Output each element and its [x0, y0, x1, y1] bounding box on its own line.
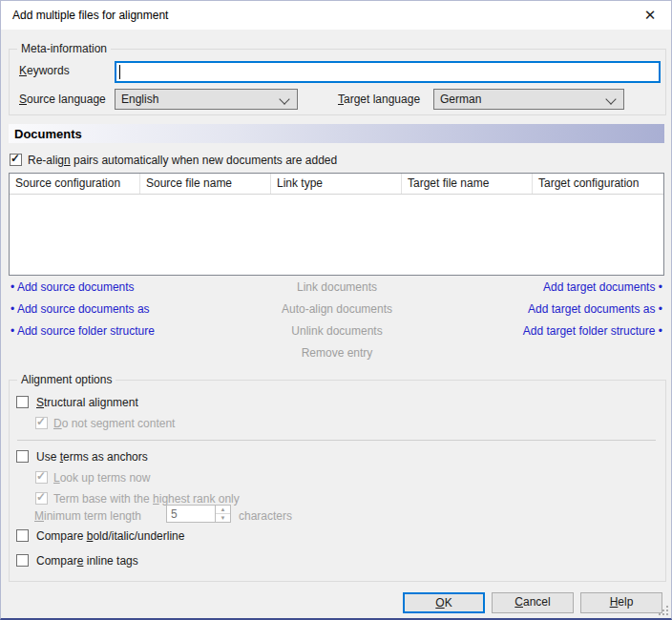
add-multiple-files-dialog: Add multiple files for alignment ✕ Meta-…: [0, 0, 672, 620]
remove-entry-action: Remove entry: [1, 346, 672, 361]
close-button[interactable]: ✕: [635, 4, 665, 27]
spinner-value: 5: [171, 507, 178, 521]
minimum-term-length-label: Minimum term length: [34, 509, 141, 524]
separator: [17, 440, 656, 441]
add-target-folder-structure-link[interactable]: Add target folder structure •: [523, 324, 662, 339]
use-terms-as-anchors-checkbox[interactable]: ✓: [16, 450, 29, 463]
documents-section-header: Documents: [9, 124, 664, 143]
realign-label: Re-align pairs automatically when new do…: [28, 154, 337, 168]
ok-button[interactable]: OK: [403, 592, 485, 613]
help-button[interactable]: Help: [580, 592, 662, 613]
column-header-source-file-name[interactable]: Source file name: [140, 174, 271, 194]
check-icon: ✓: [36, 469, 46, 483]
spin-up-icon: ▲: [216, 506, 230, 513]
use-terms-as-anchors-label: Use terms as anchors: [36, 450, 148, 465]
term-base-highest-rank-checkbox: ✓: [35, 492, 48, 505]
column-header-target-configuration[interactable]: Target configuration: [533, 174, 663, 194]
close-icon: ✕: [644, 7, 657, 23]
table-body-empty: [10, 195, 663, 276]
chevron-down-icon: [605, 93, 616, 104]
column-header-link-type[interactable]: Link type: [271, 174, 402, 194]
realign-checkbox[interactable]: ✓: [10, 154, 22, 166]
title-bar: Add multiple files for alignment ✕: [1, 1, 671, 30]
cancel-button[interactable]: Cancel: [492, 592, 574, 613]
target-language-value: German: [440, 93, 481, 107]
resize-grip[interactable]: [659, 606, 669, 616]
bullet-icon: •: [659, 324, 662, 338]
text-caret: [119, 65, 120, 79]
bullet-icon: •: [659, 280, 662, 294]
documents-header-text: Documents: [14, 127, 82, 141]
source-language-label: Source language: [19, 93, 106, 107]
dialog-title: Add multiple files for alignment: [12, 9, 168, 22]
look-up-terms-now-checkbox: ✓: [35, 471, 48, 484]
column-header-target-file-name[interactable]: Target file name: [402, 174, 533, 194]
link-label: Add target documents: [543, 280, 655, 294]
meta-group-label: Meta-information: [17, 42, 111, 56]
alignment-options-group: Alignment options ✓ Structural alignment…: [9, 380, 666, 582]
source-language-select[interactable]: English: [115, 89, 298, 110]
compare-bold-italic-underline-label: Compare bold/italic/underline: [36, 529, 184, 544]
link-label: Add target folder structure: [523, 324, 656, 338]
check-icon: ✓: [36, 490, 46, 504]
add-target-documents-link[interactable]: Add target documents •: [543, 280, 662, 295]
check-icon: ✓: [36, 415, 46, 428]
compare-inline-tags-checkbox[interactable]: ✓: [16, 554, 29, 567]
source-language-value: English: [121, 93, 158, 107]
structural-alignment-label: Structural alignment: [36, 396, 138, 410]
documents-table: Source configuration Source file name Li…: [9, 173, 664, 276]
alignment-options-label: Alignment options: [17, 373, 116, 387]
target-language-label: Target language: [338, 93, 420, 107]
minimum-term-length-spinner: 5 ▲ ▼: [166, 505, 231, 523]
meta-information-group: Meta-information Keywords Source languag…: [9, 49, 666, 115]
do-not-segment-label: Do not segment content: [53, 417, 175, 431]
compare-inline-tags-label: Compare inline tags: [36, 554, 138, 568]
keywords-label: Keywords: [19, 64, 70, 78]
do-not-segment-checkbox: ✓: [35, 417, 48, 429]
look-up-terms-now-label: Look up terms now: [53, 471, 150, 486]
column-header-source-configuration[interactable]: Source configuration: [10, 174, 140, 194]
check-icon: ✓: [10, 152, 20, 165]
characters-label: characters: [239, 509, 292, 524]
structural-alignment-checkbox[interactable]: ✓: [16, 396, 29, 408]
chevron-down-icon: [279, 93, 289, 104]
compare-bold-italic-underline-checkbox[interactable]: ✓: [16, 529, 29, 542]
table-header-row: Source configuration Source file name Li…: [10, 174, 663, 195]
link-label: Add target documents as: [528, 302, 655, 316]
spinner-buttons: ▲ ▼: [215, 506, 230, 522]
add-target-documents-as-link[interactable]: Add target documents as •: [528, 302, 662, 317]
keywords-input[interactable]: [115, 61, 661, 83]
bullet-icon: •: [659, 302, 662, 316]
target-language-select[interactable]: German: [433, 89, 624, 110]
spin-down-icon: ▼: [216, 513, 230, 522]
